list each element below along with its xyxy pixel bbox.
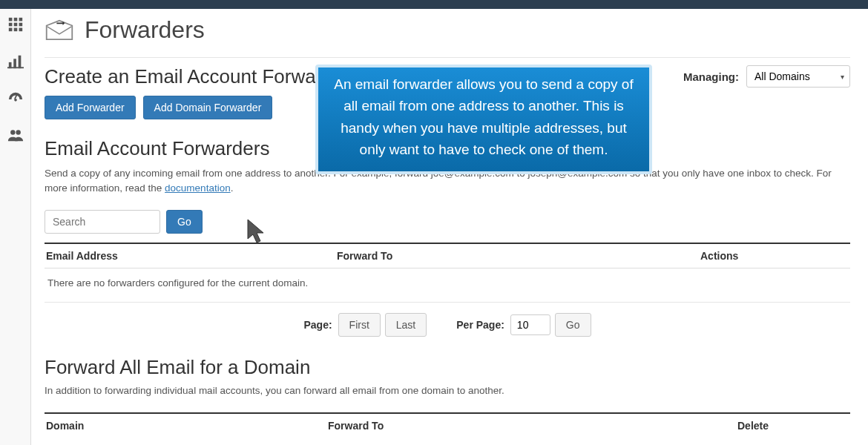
svg-rect-10: [13, 59, 16, 68]
svg-rect-7: [13, 28, 17, 32]
add-domain-forwarder-button[interactable]: Add Domain Forwarder: [143, 96, 273, 119]
forwarders-empty-message: There are no forwarders configured for t…: [45, 268, 850, 303]
per-page-input[interactable]: [510, 314, 550, 335]
cursor-icon: [246, 218, 267, 245]
svg-point-16: [16, 130, 20, 134]
sidebar-users-icon[interactable]: [7, 128, 24, 147]
forwarder-envelope-icon: [45, 19, 74, 42]
col-email: Email Address: [46, 250, 337, 262]
svg-rect-0: [8, 18, 12, 22]
documentation-link[interactable]: documentation: [165, 182, 231, 194]
top-bar: [0, 0, 868, 9]
search-go-button[interactable]: Go: [166, 210, 203, 234]
managing-domain-select[interactable]: All Domains: [746, 65, 850, 88]
svg-rect-6: [8, 28, 12, 32]
domain-forward-description: In addition to forwarding individual mai…: [45, 385, 850, 396]
svg-rect-8: [19, 28, 22, 32]
col-forward-to: Forward To: [337, 250, 700, 262]
forwarders-table-header: Email Address Forward To Actions: [45, 243, 850, 268]
page-first-button[interactable]: First: [338, 313, 381, 337]
info-tooltip: An email forwarder allows you to send a …: [315, 65, 652, 174]
svg-rect-5: [19, 23, 22, 27]
page-title: Forwarders: [85, 16, 205, 44]
col-domain-forward-to: Forward To: [328, 420, 737, 432]
sidebar-grid-icon[interactable]: [7, 16, 24, 36]
svg-rect-1: [13, 18, 17, 22]
domain-forward-title: Forward All Email for a Domain: [45, 356, 850, 379]
svg-rect-3: [8, 23, 12, 27]
per-page-label: Per Page:: [456, 319, 504, 331]
sidebar-dashboard-icon[interactable]: [7, 90, 24, 110]
sidebar-stats-icon[interactable]: [7, 53, 24, 73]
domain-table-header: Domain Forward To Delete: [45, 412, 850, 432]
page-label: Page:: [303, 319, 332, 331]
col-domain: Domain: [46, 420, 328, 432]
sidebar: [0, 9, 31, 445]
managing-label: Managing:: [683, 70, 739, 83]
page-last-button[interactable]: Last: [385, 313, 427, 337]
svg-rect-11: [18, 56, 21, 68]
svg-rect-2: [19, 18, 22, 22]
add-forwarder-button[interactable]: Add Forwarder: [45, 96, 136, 119]
per-page-go-button[interactable]: Go: [555, 313, 591, 337]
col-delete: Delete: [737, 420, 849, 432]
search-input[interactable]: [45, 210, 160, 234]
col-actions: Actions: [700, 250, 849, 262]
svg-point-15: [10, 130, 15, 134]
svg-rect-12: [7, 67, 24, 68]
create-forwarder-title: Create an Email Account Forwarder: [45, 65, 350, 88]
svg-rect-4: [13, 23, 17, 27]
